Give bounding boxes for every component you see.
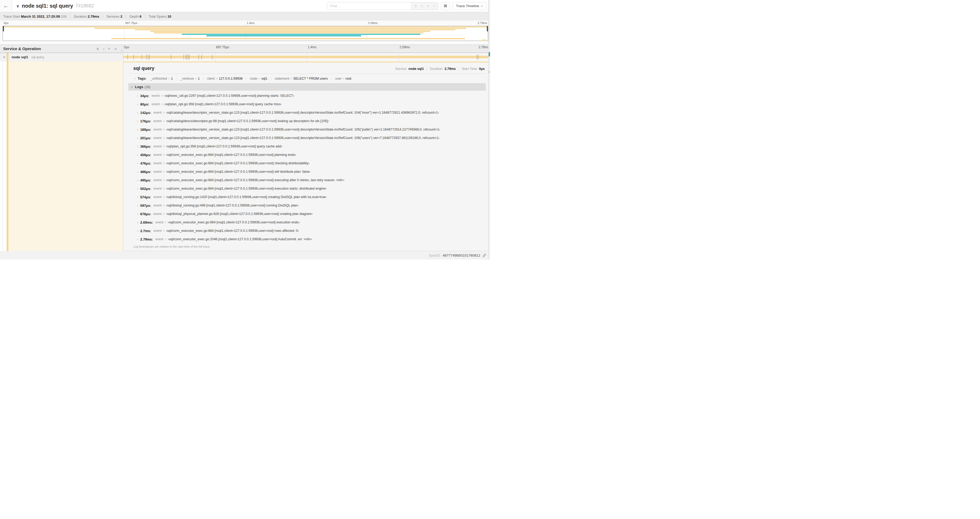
log-row[interactable]: ›176μs:event=‹sql/catalog/descs/descript… [128, 117, 486, 125]
equals-sign: = [163, 145, 165, 148]
span-color-strip [6, 61, 8, 251]
log-field-value: ‹sql/exec_util.go:2297 [nsql1,client=127… [164, 94, 294, 97]
logs-accordion-header[interactable]: ∨ Logs (18) [128, 83, 486, 91]
trace-view-selector[interactable]: Trace Timeline ∨ [453, 2, 486, 10]
detail-left-column [0, 61, 123, 251]
chevron-right-icon: › [137, 204, 138, 207]
keyboard-shortcuts-button[interactable]: ⌘ [441, 2, 450, 10]
log-timestamp: 678μs: [140, 212, 151, 216]
trace-collapse-icon[interactable]: ∨ [16, 4, 19, 8]
log-timestamps-note: Log timestamps are relative to the start… [133, 245, 486, 248]
log-row[interactable]: ›597μs:event=‹sql/distsql_running.go:498… [128, 201, 486, 210]
log-row[interactable]: ›34μs:event=‹sql/exec_util.go:2297 [nsql… [128, 91, 486, 100]
back-button[interactable]: ← [0, 0, 12, 12]
span-name-cell[interactable]: ∨ node sql1 sql query [0, 53, 123, 61]
log-row[interactable]: ›2.79ms:event=‹sql/conn_executor_exec.go… [128, 235, 486, 243]
log-marker-tick [127, 54, 128, 60]
log-row[interactable]: ›678μs:event=‹sql/distsql_physical_plann… [128, 210, 486, 218]
chevron-right-icon: › [137, 170, 138, 173]
chevron-right-icon: › [137, 153, 138, 156]
log-row[interactable]: ›366μs:event=‹sql/plan_opt.go:358 [nsql1… [128, 142, 486, 150]
trace-page-header: ← ∨ node sql1: sql query 7418682 ⊙∧∨× ⌘ … [0, 0, 490, 12]
span-collapse-icon[interactable]: ∨ [3, 55, 5, 59]
log-timestamp: 201μs: [140, 136, 151, 140]
scrollbar[interactable] [488, 0, 490, 260]
log-field-value: ‹sql/catalog/lease/descriptor_version_st… [166, 136, 439, 140]
span-duration-bar[interactable] [123, 56, 490, 58]
viewrange-scrubber-left[interactable] [3, 26, 4, 31]
clear-search-icon[interactable]: × [431, 4, 437, 8]
find-input[interactable] [327, 2, 411, 10]
log-marker-tick [186, 54, 186, 60]
locate-icon[interactable]: ⊙ [412, 4, 419, 8]
minimap-span [154, 32, 423, 34]
log-field-value: ‹sql/conn_executor_exec.go:2046 [nsql1,c… [168, 237, 312, 241]
log-field-key: event [154, 145, 162, 148]
minimap-canvas[interactable] [3, 26, 488, 41]
trace-summary-bar: Trace Start March 31 2022, 17:25:09.326D… [0, 12, 490, 21]
log-field-value: ‹sql/conn_executor_exec.go:684 [nsql1,cl… [166, 229, 299, 233]
trace-meta-item: Depth 6 [129, 14, 142, 18]
collapse-one-icon[interactable]: › [103, 47, 104, 51]
timeline-header-row: Service & Operation ∨›»» ∥ 0μs697.75μs1.… [0, 45, 490, 53]
log-timestamp: 34μs: [140, 94, 149, 98]
find-group: ⊙∧∨× [327, 2, 438, 10]
log-row[interactable]: ›189μs:event=‹sql/catalog/lease/descript… [128, 125, 486, 134]
log-row[interactable]: ›495μs:event=‹sql/conn_executor_exec.go:… [128, 176, 486, 184]
log-field-key: event [154, 178, 162, 182]
log-timestamp: 176μs: [140, 119, 151, 123]
log-row[interactable]: ›80μs:event=‹sql/plan_opt.go:358 [nsql1,… [128, 100, 486, 109]
prev-result-icon[interactable]: ∧ [419, 4, 425, 8]
expand-one-icon[interactable]: ∨ [96, 47, 99, 51]
log-row[interactable]: ›2.69ms:event=‹sql/conn_executor_exec.go… [128, 218, 486, 227]
viewrange-scrubber-right[interactable] [487, 26, 488, 31]
link-icon[interactable] [482, 254, 486, 257]
time-tick-label: 0μs [124, 45, 129, 49]
span-bar-track[interactable] [123, 53, 490, 61]
equals-sign: = [163, 187, 165, 190]
span-operation-name: sql query [31, 55, 44, 59]
log-row[interactable]: ›201μs:event=‹sql/catalog/lease/descript… [128, 134, 486, 142]
log-field-key: event [154, 111, 162, 115]
equals-sign: = [163, 229, 165, 233]
spanid-label: SpanID: [429, 254, 441, 257]
time-tick-label: 1.4ms [247, 21, 255, 24]
column-divider[interactable] [123, 45, 123, 251]
log-row[interactable]: ›486μs:event=‹sql/conn_executor_exec.go:… [128, 168, 486, 176]
span-row[interactable]: ∨ node sql1 sql query [0, 53, 490, 61]
log-marker-tick [199, 54, 199, 60]
chevron-right-icon: › [137, 145, 138, 148]
detail-meta-label: Duration: [430, 67, 443, 71]
equals-sign: = [165, 237, 167, 241]
log-field-value: ‹sql/conn_executor_exec.go:684 [nsql1,cl… [168, 220, 300, 224]
trace-view-label: Trace Timeline [456, 4, 479, 8]
scrollbar-mark-tan [489, 71, 490, 73]
log-row[interactable]: ›142μs:event=‹sql/catalog/lease/descript… [128, 109, 486, 117]
log-row[interactable]: ›476μs:event=‹sql/conn_executor_exec.go:… [128, 159, 486, 168]
tags-accordion[interactable]: › Tags: _unfinished=1_verbose=1client=12… [128, 74, 486, 83]
column-resize-grip[interactable]: ∥ [121, 49, 123, 52]
divider [103, 14, 103, 18]
log-timestamp: 502μs: [140, 187, 151, 191]
collapse-all-icon[interactable]: » [115, 47, 117, 51]
span-detail-header[interactable]: sql query Service:node sql1Duration:2.79… [128, 65, 486, 71]
expand-all-icon[interactable]: » [108, 48, 111, 50]
header-controls: ⊙∧∨× ⌘ Trace Timeline ∨ [327, 2, 490, 10]
log-field-value: ‹sql/catalog/descs/descriptor.go:98 [nsq… [166, 119, 329, 123]
log-timestamp: 459μs: [140, 153, 151, 157]
chevron-right-icon: › [137, 103, 138, 106]
chevron-right-icon: › [137, 162, 138, 165]
log-entries: ›34μs:event=‹sql/exec_util.go:2297 [nsql… [128, 91, 486, 243]
next-result-icon[interactable]: ∨ [425, 4, 431, 8]
tags-label: Tags: [137, 77, 146, 80]
log-row[interactable]: ›2.7ms:event=‹sql/conn_executor_exec.go:… [128, 227, 486, 235]
span-color-strip [6, 53, 8, 61]
tags-summary: _unfinished=1_verbose=1client=127.0.0.1:… [150, 77, 351, 80]
log-row[interactable]: ›502μs:event=‹sql/conn_executor_exec.go:… [128, 184, 486, 193]
log-row[interactable]: ›574μs:event=‹sql/distsql_running.go:142… [128, 193, 486, 201]
time-tick-label: 2.79ms [479, 45, 489, 49]
equals-sign: = [163, 128, 165, 131]
log-marker-tick [212, 54, 212, 60]
log-marker-tick [134, 54, 134, 60]
log-row[interactable]: ›459μs:event=‹sql/conn_executor_exec.go:… [128, 150, 486, 159]
